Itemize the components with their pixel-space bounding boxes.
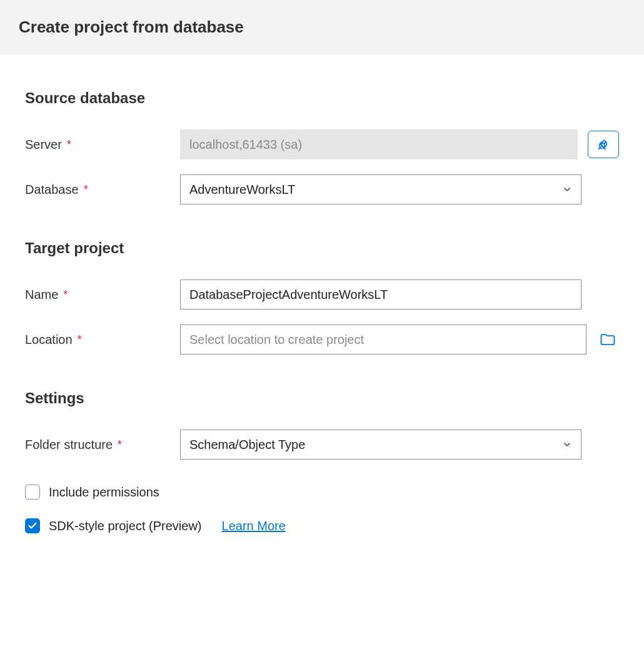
- folder-structure-value: Schema/Object Type: [189, 438, 562, 452]
- field-include-permissions: Include permissions: [25, 485, 619, 500]
- connect-button[interactable]: [588, 131, 619, 158]
- required-marker: *: [67, 138, 71, 151]
- field-location: Location *: [25, 324, 619, 355]
- section-title-target: Target project: [25, 239, 619, 257]
- dialog-title: Create project from database: [19, 18, 625, 37]
- browse-location-button[interactable]: [596, 326, 619, 353]
- required-marker: *: [118, 438, 122, 451]
- label-folder-structure: Folder structure *: [25, 438, 180, 452]
- section-source-database: Source database Server *: [25, 89, 619, 204]
- chevron-down-icon: [562, 184, 572, 194]
- server-input[interactable]: [180, 129, 578, 159]
- section-settings: Settings Folder structure * Schema/Objec…: [25, 390, 619, 533]
- name-input[interactable]: [180, 279, 581, 309]
- include-permissions-label: Include permissions: [49, 485, 159, 500]
- folder-icon: [599, 331, 616, 348]
- database-select[interactable]: AdventureWorksLT: [180, 174, 581, 204]
- section-target-project: Target project Name * Location *: [25, 239, 619, 355]
- section-title-settings: Settings: [25, 390, 619, 407]
- location-input[interactable]: [180, 324, 586, 355]
- dialog-content: Source database Server *: [0, 89, 644, 571]
- required-marker: *: [63, 288, 68, 301]
- label-database: Database *: [25, 183, 180, 197]
- database-select-value: AdventureWorksLT: [189, 183, 562, 197]
- sdk-style-label: SDK-style project (Preview): [49, 519, 202, 533]
- dialog-header: Create project from database: [0, 0, 644, 54]
- required-marker: *: [84, 183, 88, 196]
- label-location: Location *: [25, 333, 180, 347]
- folder-structure-select[interactable]: Schema/Object Type: [180, 430, 581, 460]
- chevron-down-icon: [562, 440, 572, 450]
- field-folder-structure: Folder structure * Schema/Object Type: [25, 430, 619, 460]
- field-server: Server *: [25, 129, 619, 159]
- label-name: Name *: [25, 288, 180, 302]
- include-permissions-checkbox[interactable]: [25, 485, 40, 500]
- field-sdk-style: SDK-style project (Preview) Learn More: [25, 518, 619, 533]
- learn-more-link[interactable]: Learn More: [222, 519, 286, 533]
- field-name: Name *: [25, 279, 619, 309]
- required-marker: *: [78, 333, 82, 346]
- svg-line-2: [604, 142, 606, 144]
- label-server: Server *: [25, 138, 180, 152]
- check-icon: [28, 521, 38, 531]
- sdk-style-checkbox[interactable]: [25, 518, 40, 533]
- field-database: Database * AdventureWorksLT: [25, 174, 619, 204]
- plug-icon: [595, 136, 611, 153]
- section-title-source: Source database: [25, 89, 619, 107]
